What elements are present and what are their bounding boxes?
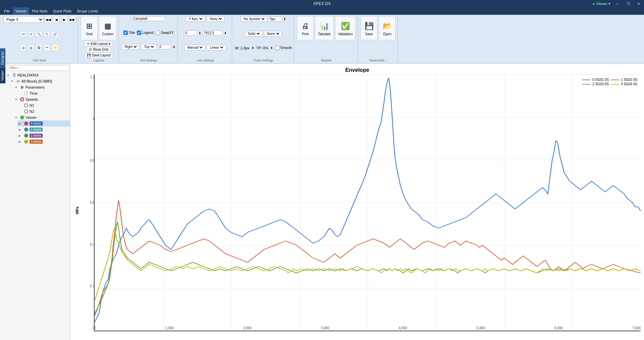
tabulate-button[interactable]: 📊 Tabulate: [315, 16, 334, 40]
no-symbol-dropdown[interactable]: No Symbol: [241, 16, 267, 22]
validation-button[interactable]: ✅ Validation: [335, 16, 356, 40]
save-layout-icon: 💾: [87, 53, 91, 57]
tab-designer[interactable]: Designer: [0, 48, 5, 67]
campbell-input[interactable]: [132, 16, 165, 21]
link-btn[interactable]: 🔗: [51, 31, 59, 37]
tab-viewer[interactable]: Viewer: [0, 67, 5, 83]
sg04-badge: 3 SG04: [30, 140, 43, 144]
tree-sg03[interactable]: ▶ 2 SG03: [17, 133, 70, 139]
tree-sg02[interactable]: ▶ 1 SG02: [17, 127, 70, 133]
tree-n1[interactable]: N1: [17, 102, 70, 108]
tree-all-blocks[interactable]: ▼ ⊛ All Blocks [0-3880]: [9, 78, 70, 84]
tree-parameters[interactable]: ▼ ⚙ Parameters: [13, 84, 70, 90]
chart-title: Envelope: [74, 67, 641, 73]
menu-quick-plots[interactable]: Quick Plots: [50, 7, 74, 15]
manual-dropdown[interactable]: Manual: [184, 45, 205, 50]
offset-input[interactable]: [158, 44, 171, 49]
title-checkbox[interactable]: [123, 31, 128, 35]
nav-prev[interactable]: ◀: [53, 16, 60, 23]
legend-label-sg01: 0 SG01 0S: [592, 78, 609, 82]
expand-parameters[interactable]: ▼: [15, 86, 19, 89]
swapxy-checkbox[interactable]: [156, 31, 160, 35]
nav-next[interactable]: ▶: [61, 16, 68, 23]
view1-btn[interactable]: ⊙: [20, 44, 26, 51]
validation-icon: ✅: [340, 21, 351, 32]
tree-n2[interactable]: N2: [17, 108, 70, 114]
chart-plot-area: 1.2 1 0.8 0.6 0.4 0.2 0: [94, 75, 641, 331]
curve-btn[interactable]: 〜: [44, 44, 50, 51]
solid-dropdown[interactable]: Solid: [245, 31, 263, 37]
grid-button[interactable]: ⊞ Grid: [81, 16, 98, 40]
expand-speeds[interactable]: ▼: [15, 98, 19, 101]
tabulate-icon: 📊: [319, 21, 330, 32]
save-layout-button[interactable]: 💾 Save Layout: [85, 52, 113, 58]
expand-sg03[interactable]: ▶: [19, 134, 23, 137]
chart-area: Envelope MPa 1.2 1 0.8 0.6 0.4 0.2: [70, 64, 644, 340]
y-tick-1.2: 1.2: [81, 75, 95, 79]
legend-label-sg02: 1 SG02 0S: [621, 78, 637, 82]
expand-viewer[interactable]: ▼: [15, 116, 19, 119]
expand-sg04[interactable]: ▶: [19, 140, 23, 143]
reports-label: Reports: [321, 59, 332, 62]
filter-input[interactable]: [7, 65, 69, 71]
close-button[interactable]: ✕: [633, 0, 644, 7]
all-blocks-icon: ⊛: [16, 79, 20, 84]
undo-btn[interactable]: ↩: [20, 31, 26, 37]
open-button[interactable]: 📂 Open: [379, 16, 395, 40]
show-grid-button[interactable]: ⊡ Show Grid: [87, 47, 111, 52]
menu-viewer[interactable]: Viewer: [13, 7, 29, 15]
tree-sg01[interactable]: ▶ 0 SG01: [17, 120, 70, 127]
view2-btn[interactable]: ◎: [28, 44, 34, 51]
page-select-dropdown[interactable]: Page 3: [3, 16, 44, 23]
nav-first[interactable]: ◀◀: [45, 16, 52, 23]
symbol-size-input[interactable]: [269, 16, 282, 21]
y-max-input[interactable]: [203, 31, 223, 36]
open-icon: 📂: [382, 21, 392, 32]
expand-sg01[interactable]: ▶: [19, 122, 23, 125]
save-button[interactable]: 💾 Save: [361, 16, 377, 40]
expand-sg02[interactable]: ▶: [19, 128, 23, 131]
tree-sg04[interactable]: ▶ 3 SG04: [17, 139, 70, 145]
custom-button[interactable]: ▦ Custom: [99, 16, 116, 40]
redo-btn[interactable]: ↪: [28, 31, 34, 37]
zoom-in-btn[interactable]: 🔍: [35, 31, 43, 37]
ribbon-group-plot-settings: Title Legend SwapXY Right Top ⬍ Plot Set…: [119, 15, 178, 63]
view3-btn[interactable]: ⦿: [36, 44, 42, 51]
legend-row-2: 2 SG03 0S 3 SG04 0S: [582, 82, 637, 86]
expand-all-blocks[interactable]: ▼: [11, 80, 15, 83]
tree-viewer[interactable]: ▼ Viewer: [13, 114, 70, 120]
menu-scope-limits[interactable]: Scope Limits: [74, 7, 101, 15]
menu-plot-style[interactable]: Plot Style: [29, 7, 50, 15]
menu-file[interactable]: File: [1, 7, 13, 15]
tree-time[interactable]: 🕐 Time: [17, 90, 70, 96]
x-tick-5000: 5,000: [477, 326, 485, 330]
sg02-badge: 1 SG02: [30, 128, 43, 132]
top-dropdown[interactable]: Top: [141, 44, 157, 50]
y-tick-0.4: 0.4: [81, 243, 95, 246]
y-axis-dropdown[interactable]: Y Axis: [185, 16, 205, 22]
tree-root[interactable]: ▼ 🗄 REALDATA3: [5, 72, 70, 78]
axis-settings-label: Axis Settings: [197, 59, 214, 62]
legend-checkbox[interactable]: [137, 31, 141, 35]
sg04-line: [95, 228, 641, 301]
tree-speeds[interactable]: ▼ Speeds: [13, 96, 70, 102]
none-dropdown[interactable]: None: [264, 31, 282, 37]
smooth-checkbox[interactable]: [275, 46, 279, 50]
print-button[interactable]: 🖨 Print: [297, 16, 314, 40]
grid-icon: ⊞: [84, 21, 95, 32]
nav-last[interactable]: ▶▶: [69, 16, 76, 23]
y-min-input[interactable]: [184, 31, 197, 36]
linear-dropdown[interactable]: Linear: [207, 45, 226, 50]
folder-btn[interactable]: 📁: [52, 44, 59, 51]
window-controls: — ❐ ✕: [612, 0, 644, 7]
right-dropdown[interactable]: Right: [121, 44, 140, 50]
hertz-dropdown[interactable]: Hertz: [207, 16, 225, 22]
expand-root[interactable]: ▼: [7, 74, 11, 77]
legend-line-sg04: [611, 84, 619, 85]
sg03-line: [95, 222, 641, 313]
restore-button[interactable]: ❐: [623, 0, 633, 7]
viewer-tree-icon: [20, 115, 24, 120]
edit-layout-button[interactable]: ✏ Edit Layout ▾: [85, 41, 113, 47]
pointer-btn[interactable]: ↖: [44, 31, 50, 37]
minimize-button[interactable]: —: [612, 0, 623, 7]
